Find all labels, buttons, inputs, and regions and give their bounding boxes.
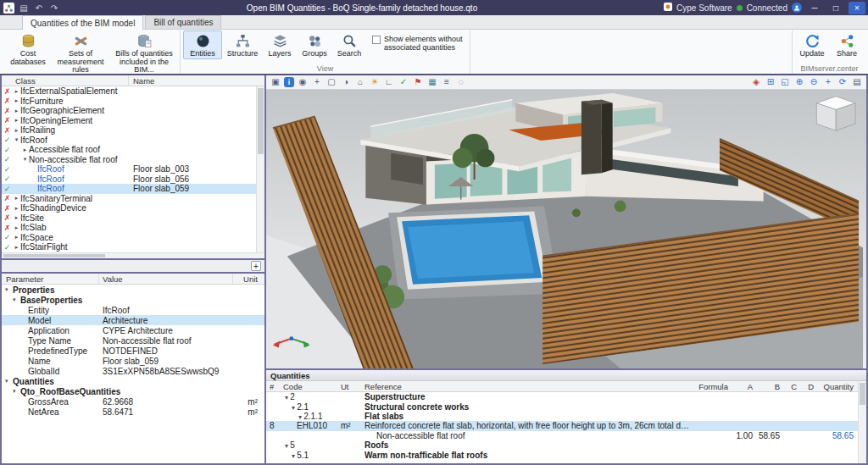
parameter-row[interactable]: ▾Quantities (2, 376, 264, 386)
zoom-in-icon[interactable]: ⊕ (793, 77, 805, 88)
measurement-rules-button[interactable]: Sets of measurement rules (51, 30, 110, 75)
expander-icon[interactable]: ▸ (13, 88, 20, 95)
quantities-row[interactable]: 8EHL010m²Reinforced concrete flat slab, … (266, 421, 866, 430)
eye-icon[interactable]: ◉ (297, 77, 309, 88)
qty-col-header[interactable]: D (799, 382, 816, 391)
bills-of-quantities-button[interactable]: Bills of quantities included in the BIM.… (111, 30, 177, 75)
param-col-unit[interactable]: Unit (233, 274, 264, 284)
expander-icon[interactable]: ▸ (13, 224, 20, 231)
info-icon[interactable]: i (284, 77, 294, 87)
structure-button[interactable]: Structure (223, 30, 262, 59)
redo-icon[interactable]: ↷ (48, 2, 60, 14)
tab-quantities-of-bim-model[interactable]: Quantities of the BIM model (22, 15, 143, 30)
tree-row[interactable]: ✓▾Non-accessible flat roof (2, 155, 256, 165)
tree-row[interactable]: ✓▸IfcStairFlight (2, 242, 256, 252)
parameter-row[interactable]: ▾Properties (2, 285, 264, 295)
expander-icon[interactable]: ▾ (13, 388, 20, 395)
account-icon[interactable] (792, 3, 802, 13)
tree-row[interactable]: ✗▸IfcShadingDevice (2, 203, 256, 213)
quantities-row[interactable]: ▾ 5Roofs (266, 440, 866, 450)
flag-icon[interactable]: ⚑ (412, 77, 424, 88)
qty-col-header[interactable]: A (732, 382, 755, 391)
home-icon[interactable]: ⌂ (354, 77, 366, 88)
qty-col-header[interactable]: Reference (364, 382, 693, 391)
zoom-window-icon[interactable]: ⊞ (765, 77, 776, 88)
search-button[interactable]: Search (332, 30, 366, 59)
tree-vertical-scrollbar[interactable] (256, 86, 264, 252)
print-icon[interactable]: ▤ (851, 77, 863, 88)
parameter-row[interactable]: Type NameNon-accessible flat roof (2, 335, 264, 346)
qty-col-header[interactable]: Ut (341, 382, 364, 391)
zoom-extents-icon[interactable]: ◱ (779, 77, 791, 88)
qty-col-header[interactable]: Quantity (816, 382, 857, 391)
undo-icon[interactable]: ↶ (33, 2, 45, 14)
expander-icon[interactable]: ▾ (5, 378, 13, 385)
tree-horizontal-scrollbar[interactable] (2, 252, 264, 258)
tree-row[interactable]: ✗▸IfcOpeningElement (2, 116, 256, 126)
pan-icon[interactable]: + (822, 77, 834, 88)
param-col-value[interactable]: Value (99, 274, 233, 284)
tree-row[interactable]: ✓IfcRoofFloor slab_003 (2, 164, 256, 174)
qty-col-header[interactable]: B (755, 382, 782, 391)
groups-button[interactable]: Groups (298, 30, 331, 59)
sun-icon[interactable]: ☀ (369, 77, 381, 88)
parameter-row[interactable]: EntityIfcRoof (2, 305, 264, 315)
expander-icon[interactable]: ▸ (13, 214, 20, 221)
update-button[interactable]: Update (795, 30, 829, 59)
zoom-out-icon[interactable]: ⊖ (808, 77, 820, 88)
tree-row[interactable]: ✗▸IfcSanitaryTerminal (2, 194, 256, 204)
select-icon[interactable]: + (311, 77, 323, 88)
3d-scene[interactable] (266, 90, 866, 368)
expander-icon[interactable]: ▸ (13, 205, 20, 212)
tree-row[interactable]: ✓IfcRoofFloor slab_056 (2, 174, 256, 185)
save-icon[interactable]: ▤ (18, 2, 30, 14)
parameter-row[interactable]: GlobalId3S1ExXPN58bA8SESwwsbQ9 (2, 366, 264, 376)
parameter-row[interactable]: ▾Qto_RoofBaseQuantities (2, 386, 264, 396)
texture-icon[interactable]: ▦ (426, 77, 438, 88)
expander-icon[interactable]: ▾ (5, 286, 13, 293)
quantities-row[interactable]: ▾ 2Superstructure (266, 392, 866, 401)
param-col-parameter[interactable]: Parameter (2, 274, 99, 284)
tree-row[interactable]: ✗▸IfcSlab (2, 223, 256, 233)
minimize-button[interactable]: ─ (806, 2, 823, 14)
parameter-row[interactable]: ApplicationCYPE Architecture (2, 325, 264, 335)
expander-icon[interactable]: ▾ (13, 296, 20, 303)
tree-row[interactable]: ✓IfcRoofFloor slab_059 (2, 184, 256, 194)
quantities-row[interactable]: ▾ 5.1Warm non-trafficable flat roofs (266, 450, 866, 459)
tree-row[interactable]: ✗▸IfcRailing (2, 125, 256, 136)
box-icon[interactable]: ▢ (326, 77, 337, 88)
panel-splitter[interactable]: + (2, 260, 264, 272)
quantities-row[interactable]: Non-accessible flat roof1.0058.6558.65 (266, 431, 866, 440)
expander-icon[interactable]: ▸ (13, 127, 20, 134)
hidden-elements-icon[interactable]: ◌ (455, 77, 467, 88)
entities-button[interactable]: Entities (183, 30, 222, 59)
layers-button[interactable]: Layers (263, 30, 297, 59)
expander-icon[interactable]: ▸ (13, 234, 20, 241)
tree-row[interactable]: ✗▸IfcFurniture (2, 97, 256, 107)
share-button[interactable]: Share (830, 30, 864, 59)
parameter-row[interactable]: PredefinedTypeNOTDEFINED (2, 346, 264, 356)
quantities-vertical-scrollbar[interactable] (858, 381, 866, 463)
qty-col-header[interactable]: Formula (693, 382, 732, 391)
validate-icon[interactable]: ✓ (398, 77, 409, 88)
parameter-row[interactable]: GrossArea62.9668m² (2, 396, 264, 407)
tab-bill-of-quantities[interactable]: Bill of quantities (145, 15, 221, 29)
compass-icon[interactable]: ◈ (750, 77, 762, 88)
cost-databases-button[interactable]: Cost databases (6, 30, 50, 67)
parameter-row[interactable]: ModelArchitecture (2, 315, 264, 325)
orbit-icon[interactable]: ⟳ (837, 77, 849, 88)
expander-icon[interactable]: ▸ (13, 244, 20, 251)
quantities-row[interactable]: ▾ 2.1Structural concrete works (266, 401, 866, 411)
parameter-row[interactable]: NameFloor slab_059 (2, 356, 264, 366)
tree-row[interactable]: ✗▸IfcGeographicElement (2, 106, 256, 116)
quantities-row[interactable]: ▾ 2.1.1Flat slabs (266, 412, 866, 421)
add-button[interactable]: + (251, 261, 261, 271)
screen-icon[interactable]: ▣ (270, 77, 281, 88)
qty-col-header[interactable]: # (266, 382, 283, 391)
tree-row[interactable]: ✓▸IfcSpace (2, 233, 256, 243)
expander-icon[interactable]: ▸ (21, 147, 29, 153)
qty-col-header[interactable]: Code (283, 382, 341, 391)
parameter-row[interactable]: ▾BaseProperties (2, 295, 264, 305)
measure-icon[interactable]: ∟ (383, 77, 395, 88)
close-button[interactable]: × (849, 2, 865, 14)
